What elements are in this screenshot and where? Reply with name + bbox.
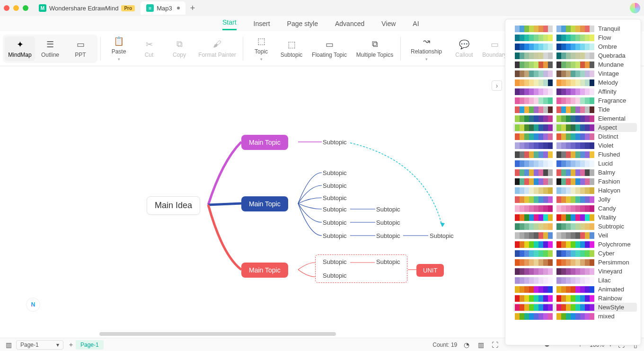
theme-row-jolly[interactable]: Jolly — [513, 195, 637, 204]
theme-row-violet[interactable]: Violet — [513, 141, 637, 150]
theme-row-halcyon[interactable]: Halcyon — [513, 186, 637, 195]
tab-advanced[interactable]: Advanced — [335, 20, 364, 30]
undo-icon[interactable]: ↶ — [62, 19, 71, 29]
theme-row-animated[interactable]: Animated — [513, 285, 637, 294]
theme-row-subtropic[interactable]: Subtropic — [513, 222, 637, 231]
view-outline-button[interactable]: ☰Outline — [35, 36, 65, 61]
node-subtopic[interactable]: Subtopic — [323, 206, 347, 213]
theme-row-mixed[interactable]: mixed — [513, 312, 637, 321]
new-file-icon[interactable]: ⊞ — [99, 19, 109, 29]
theme-row-distinct[interactable]: Distinct — [513, 132, 637, 141]
open-file-icon[interactable]: 📁 — [114, 19, 123, 29]
tab-view[interactable]: View — [381, 20, 396, 30]
node-subtopic[interactable]: Subtopic — [323, 139, 347, 146]
node-subtopic[interactable]: Subtopic — [323, 258, 347, 265]
theme-row-fashion[interactable]: Fashion — [513, 177, 637, 186]
node-subtopic[interactable]: Subtopic — [376, 206, 400, 213]
theme-row-rainbow[interactable]: Rainbow — [513, 294, 637, 303]
print-icon[interactable]: 🖨 — [142, 19, 151, 29]
cut-button[interactable]: ✂Cut — [134, 36, 164, 61]
theme-row-elemental[interactable]: Elemental — [513, 114, 637, 123]
panel-toggle-button[interactable]: › — [492, 80, 502, 91]
globe-icon[interactable]: ◔ — [462, 340, 471, 350]
fit-icon[interactable]: ⛶ — [490, 340, 500, 350]
tab-page-style[interactable]: Page style — [287, 20, 318, 30]
page-tab[interactable]: Page-1 — [76, 340, 104, 350]
node-main-topic-1[interactable]: Main Topic — [241, 135, 288, 150]
h-scrollbar-thumb[interactable] — [99, 332, 336, 336]
subtopic-button[interactable]: ⬚Subtopic — [276, 36, 307, 61]
tab-ai[interactable]: AI — [413, 20, 419, 30]
share-icon[interactable]: ✎▾ — [170, 19, 180, 29]
node-subtopic[interactable]: Subtopic — [323, 194, 347, 202]
tab-insert[interactable]: Insert — [254, 20, 270, 30]
theme-row-flow[interactable]: Flow — [513, 33, 637, 42]
tab-start[interactable]: Start — [222, 18, 237, 30]
minimize-window-icon[interactable] — [13, 5, 19, 11]
multiple-topics-button[interactable]: ⧉Multiple Topics — [352, 36, 397, 61]
paste-button[interactable]: 📋Paste▾ — [104, 33, 134, 64]
theme-row-veil[interactable]: Veil — [513, 231, 637, 240]
copy-button[interactable]: ⧉Copy — [164, 36, 194, 61]
theme-row-affinity[interactable]: Affinity — [513, 87, 637, 96]
view-ppt-button[interactable]: ▭PPT — [65, 36, 96, 61]
theme-row-vitality[interactable]: Vitality — [513, 213, 637, 222]
export-icon[interactable]: ⇱▾ — [156, 19, 166, 29]
node-subtopic[interactable]: Subtopic — [376, 232, 400, 239]
node-main-idea[interactable]: Main Idea — [147, 196, 200, 215]
theme-row-vineyard[interactable]: Vineyard — [513, 267, 637, 276]
node-main-topic-3[interactable]: Main Topic — [241, 263, 288, 278]
layout-icon[interactable]: ▥ — [476, 340, 485, 350]
theme-row-lucid[interactable]: Lucid — [513, 159, 637, 168]
ai-badge[interactable]: N — [26, 298, 40, 312]
maximize-window-icon[interactable] — [23, 5, 28, 11]
node-subtopic[interactable]: Subtopic — [376, 219, 400, 226]
theme-row-aspect[interactable]: Aspect — [513, 123, 637, 132]
topic-button[interactable]: ⬚Topic▾ — [246, 33, 276, 64]
theme-row-balmy[interactable]: Balmy — [513, 168, 637, 177]
theme-row-newstyle[interactable]: NewStyle — [513, 303, 637, 312]
redo-icon[interactable]: ↷ — [76, 19, 86, 29]
sidebar-toggle-icon[interactable]: ▥ — [4, 340, 13, 350]
app-title-tab[interactable]: M Wondershare EdrawMind Pro — [33, 1, 141, 15]
theme-panel[interactable]: TranquilFlowOmbreQuebradaMundaneVintageM… — [505, 19, 641, 345]
theme-row-fragrance[interactable]: Fragrance — [513, 96, 637, 105]
add-page-button[interactable]: ＋ — [66, 340, 76, 350]
theme-row-melody[interactable]: Melody — [513, 78, 637, 87]
theme-row-vintage[interactable]: Vintage — [513, 69, 637, 78]
theme-row-lilac[interactable]: Lilac — [513, 276, 637, 285]
theme-row-tranquil[interactable]: Tranquil — [513, 24, 637, 33]
node-unit[interactable]: UNIT — [416, 264, 444, 277]
close-window-icon[interactable] — [4, 5, 9, 11]
format-painter-button[interactable]: 🖌Format Painter — [194, 36, 240, 61]
node-subtopic[interactable]: Subtopic — [323, 182, 347, 189]
save-icon[interactable]: 💾 — [128, 19, 137, 29]
theme-row-tide[interactable]: Tide — [513, 105, 637, 114]
theme-row-ombre[interactable]: Ombre — [513, 42, 637, 51]
document-tab[interactable]: ≡ Map3 — [141, 1, 185, 15]
avatar[interactable] — [630, 3, 640, 13]
theme-row-persimmon[interactable]: Persimmon — [513, 258, 637, 267]
swatch-strip — [556, 79, 594, 86]
node-subtopic[interactable]: Subtopic — [323, 232, 347, 239]
theme-row-polychrome[interactable]: Polychrome — [513, 240, 637, 249]
view-mindmap-button[interactable]: ✦MindMap — [5, 36, 35, 61]
callout-button[interactable]: 💬Callout — [449, 36, 479, 61]
page-select[interactable]: Page-1▾ — [16, 340, 63, 350]
theme-row-candy[interactable]: Candy — [513, 204, 637, 213]
theme-row-quebrada[interactable]: Quebrada — [513, 51, 637, 60]
relationship-button[interactable]: ↝Relationship▾ — [404, 33, 449, 64]
node-subtopic[interactable]: Subtopic — [376, 258, 400, 265]
theme-row-flushed[interactable]: Flushed — [513, 150, 637, 159]
node-subtopic[interactable]: Subtopic — [323, 169, 347, 176]
floating-topic-button[interactable]: ▭Floating Topic — [307, 36, 352, 61]
node-subtopic[interactable]: Subtopic — [323, 219, 347, 226]
node-subtopic[interactable]: Subtopic — [430, 232, 454, 239]
node-subtopic[interactable]: Subtopic — [323, 272, 347, 279]
h-scrollbar[interactable] — [99, 332, 502, 337]
theme-row-cyber[interactable]: Cyber — [513, 249, 637, 258]
node-main-topic-2[interactable]: Main Topic — [241, 196, 288, 211]
theme-row-mundane[interactable]: Mundane — [513, 60, 637, 69]
workbench-button[interactable]: ⌂ Workbench — [5, 19, 48, 29]
new-tab-button[interactable]: + — [185, 0, 200, 16]
